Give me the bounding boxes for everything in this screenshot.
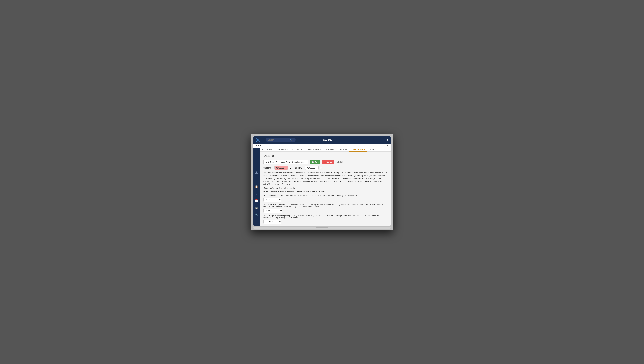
logo-area: S ☰	[256, 138, 264, 142]
tab-contacts[interactable]: CONTACTS	[290, 148, 304, 152]
sidebar-item-plus-box[interactable]: ⊞	[254, 191, 259, 196]
cancel-button[interactable]: 🚫 Cancel	[322, 160, 334, 164]
thank-you-text: Thank you for your time and cooperation.	[263, 187, 387, 189]
logout-icon[interactable]: ⇥	[386, 138, 388, 142]
content-area: ACCOUNTS ADDRESSES CONTACTS DEMOGRAPHICS…	[260, 148, 391, 226]
start-date-field: Start Date: 📅	[263, 166, 292, 170]
sidebar-item-bus[interactable]: 🚌	[254, 205, 259, 210]
end-date-input[interactable]	[305, 166, 318, 170]
sidebar-item-document[interactable]: 📋	[254, 184, 259, 189]
start-date-calendar-icon[interactable]: 📅	[289, 167, 292, 169]
font-size-medium[interactable]: A	[258, 144, 259, 147]
note-text: NOTE: You must answer at least one quest…	[263, 190, 387, 192]
questionnaire-select[interactable]: NYS Digital Resources Family Questionnai…	[263, 160, 308, 164]
question-3-select[interactable]: None SCHOOL PERSONAL OTHER	[263, 220, 281, 224]
start-date-input[interactable]	[274, 166, 288, 170]
question-2-block: What is the device your child uses most …	[263, 203, 387, 213]
sidebar-item-home[interactable]: ⌂	[254, 149, 259, 154]
description-text: Collecting accurate data regarding digit…	[263, 172, 387, 186]
top-bar: S ☰ 🔍 2022-2023 ⇥	[253, 136, 391, 144]
save-button[interactable]: 💾 Save	[310, 160, 320, 164]
help-button[interactable]: Help ?	[336, 161, 343, 163]
sidebar-item-scale[interactable]: ⚖	[254, 177, 259, 182]
sidebar-item-calendar[interactable]: 📅	[254, 198, 259, 203]
tab-addresses[interactable]: ADDRESSES	[274, 148, 290, 152]
search-input[interactable]	[268, 139, 289, 141]
sidebar-item-people[interactable]	[254, 163, 259, 168]
page-title: Details	[263, 154, 387, 158]
help-circle-icon: ?	[340, 161, 342, 163]
tab-user-defined[interactable]: USER DEFINED	[350, 148, 367, 152]
end-date-field: End Date: 📅	[295, 166, 322, 170]
collapse-button[interactable]: ▾	[387, 144, 388, 147]
sidebar-item-tasks[interactable]: ☑	[254, 156, 259, 161]
search-icon: 🔍	[290, 139, 292, 141]
sidebar-item-person[interactable]	[254, 170, 259, 175]
end-date-label: End Date:	[295, 167, 304, 169]
question-3-block: Who is the provider of the primary learn…	[263, 215, 387, 224]
questionnaire-row: NYS Digital Resources Family Questionnai…	[263, 160, 387, 164]
year-label: 2022-2023	[322, 139, 332, 141]
tab-nav: ACCOUNTS ADDRESSES CONTACTS DEMOGRAPHICS…	[260, 148, 391, 152]
sidebar-item-help[interactable]: ?	[254, 219, 259, 224]
cancel-icon: 🚫	[324, 161, 326, 163]
date-row: Start Date: 📅 End Date: 📅	[263, 166, 387, 170]
tab-notes[interactable]: NOTES	[367, 148, 378, 152]
main-body: ⌂ ☑ ⚖ 📋 ⊞ 📅 🚌 🔧 ?	[253, 148, 391, 226]
tab-demographics[interactable]: DEMOGRAPHICS	[304, 148, 324, 152]
answer-link[interactable]: please answer each question below to the…	[294, 180, 342, 182]
hamburger-icon[interactable]: ☰	[262, 138, 264, 142]
question-2-select[interactable]: None DESKTOP LAPTOP TABLET SMARTPHONE OT…	[263, 209, 282, 213]
tab-letters[interactable]: LETTERS	[336, 148, 350, 152]
sidebar: ⌂ ☑ ⚖ 📋 ⊞ 📅 🚌 🔧 ?	[253, 148, 260, 226]
search-bar: 🔍	[266, 138, 296, 142]
font-size-bar: A A A ▾	[253, 144, 391, 148]
question-1-block: Did the school district issue your child…	[263, 195, 387, 202]
tab-accounts[interactable]: ACCOUNTS	[260, 148, 274, 152]
end-date-calendar-icon[interactable]: 📅	[320, 167, 322, 169]
question-2-text: What is the device your child uses most …	[263, 203, 387, 208]
font-size-large[interactable]: A	[260, 144, 262, 147]
logo: S	[256, 138, 260, 142]
sidebar-item-tools[interactable]: 🔧	[254, 212, 259, 217]
start-date-label: Start Date:	[263, 167, 273, 169]
save-icon: 💾	[312, 161, 314, 163]
question-3-text: Who is the provider of the primary learn…	[263, 215, 387, 219]
question-1-select[interactable]: None YES NO	[263, 198, 281, 202]
question-1-text: Did the school district issue your child…	[263, 195, 387, 197]
details-content: Details NYS Digital Resources Family Que…	[260, 152, 391, 226]
font-size-small[interactable]: A	[256, 145, 257, 146]
font-size-controls: A A A	[256, 144, 262, 147]
tab-student[interactable]: STUDENT	[324, 148, 336, 152]
